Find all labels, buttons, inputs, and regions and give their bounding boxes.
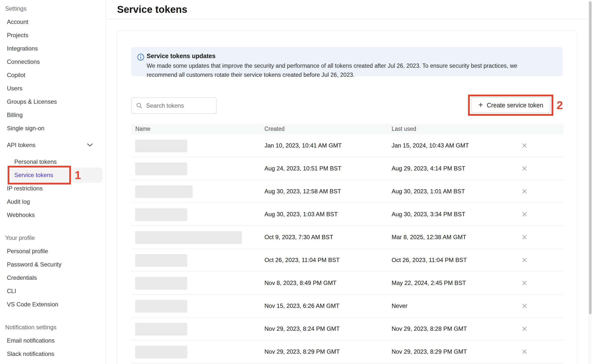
info-icon bbox=[137, 53, 145, 62]
sidebar-item-single-sign-on[interactable]: Single sign-on bbox=[0, 122, 106, 135]
sidebar-item-projects[interactable]: Projects bbox=[0, 29, 106, 42]
table-row: Aug 30, 2023, 12:58 AM BST Aug 30, 2023,… bbox=[131, 180, 563, 203]
sidebar-section-notification-settings: Notification settings bbox=[0, 321, 106, 334]
page-header: Service tokens bbox=[106, 0, 592, 19]
token-last-used: Aug 30, 2023, 1:01 AM BST bbox=[392, 188, 515, 195]
sidebar-item-service-tokens[interactable]: Service tokens1 bbox=[0, 168, 106, 182]
table-row: Nov 15, 2023, 6:26 AM GMT Never bbox=[131, 295, 563, 317]
banner-body: We made some updates that improve the se… bbox=[147, 61, 548, 80]
token-name-redacted bbox=[135, 185, 192, 197]
column-header-name: Name bbox=[131, 126, 264, 132]
sidebar-item-email-notifications[interactable]: Email notifications bbox=[0, 334, 106, 347]
sidebar-item-api-tokens[interactable]: API tokens bbox=[0, 138, 106, 152]
sidebar-item-account[interactable]: Account bbox=[0, 15, 106, 29]
token-last-used: May 22, 2024, 2:45 PM BST bbox=[392, 280, 515, 286]
token-name-redacted bbox=[135, 163, 187, 174]
token-last-used: Mar 8, 2025, 12:38 AM GMT bbox=[392, 234, 515, 241]
delete-token-icon[interactable] bbox=[522, 303, 527, 309]
token-name-redacted bbox=[135, 346, 187, 358]
delete-token-icon[interactable] bbox=[522, 188, 527, 194]
token-name-redacted bbox=[135, 208, 187, 220]
sidebar-item-copilot[interactable]: Copilot bbox=[0, 68, 106, 82]
token-created: Aug 24, 2023, 10:51 PM BST bbox=[264, 165, 392, 172]
token-last-used: Aug 30, 2023, 3:34 PM BST bbox=[392, 211, 515, 218]
token-last-used: Jan 15, 2024, 10:43 AM GMT bbox=[392, 142, 515, 149]
service-tokens-table: Name Created Last used Jan 10, 2023, 10:… bbox=[131, 124, 563, 363]
settings-sidebar: SettingsAccountProjectsIntegrationsConne… bbox=[0, 0, 106, 364]
info-banner: Service tokens updates We made some upda… bbox=[131, 47, 563, 76]
table-header-row: Name Created Last used bbox=[131, 124, 563, 134]
table-row: Nov 29, 2023, 8:24 PM GMT Nov 29, 2023, … bbox=[131, 317, 563, 340]
token-name-redacted bbox=[135, 231, 242, 243]
scrollbar-thumb[interactable] bbox=[589, 1, 592, 314]
table-row: Oct 26, 2023, 11:04 PM BST Oct 26, 2023,… bbox=[131, 249, 563, 272]
search-box bbox=[131, 98, 217, 114]
service-tokens-card: Service tokens updates We made some upda… bbox=[116, 31, 577, 364]
token-name-redacted bbox=[135, 254, 187, 266]
table-row: Jan 10, 2023, 10:41 AM GMT Jan 15, 2024,… bbox=[131, 134, 563, 157]
token-last-used: Nov 29, 2023, 8:28 PM GMT bbox=[392, 325, 515, 332]
create-button-label: Create service token bbox=[487, 102, 543, 109]
scrollbar-track[interactable] bbox=[589, 0, 592, 364]
chevron-down-icon bbox=[87, 143, 93, 147]
toolbar: + Create service token 2 bbox=[131, 98, 562, 115]
create-service-token-button[interactable]: + Create service token bbox=[471, 98, 550, 113]
delete-token-icon[interactable] bbox=[522, 211, 527, 217]
column-header-last-used: Last used bbox=[392, 126, 515, 132]
annotation-number-1: 1 bbox=[75, 168, 81, 182]
sidebar-item-integrations[interactable]: Integrations bbox=[0, 42, 106, 55]
table-row: Aug 30, 2023, 1:03 AM BST Aug 30, 2023, … bbox=[131, 203, 563, 226]
sidebar-item-audit-log[interactable]: Audit log bbox=[0, 195, 106, 208]
token-name-redacted bbox=[135, 277, 187, 289]
page-title: Service tokens bbox=[117, 4, 187, 15]
annotation-number-2: 2 bbox=[557, 99, 563, 112]
delete-token-icon[interactable] bbox=[522, 234, 527, 240]
sidebar-item-personal-profile[interactable]: Personal profile bbox=[0, 245, 106, 258]
create-token-annotated: + Create service token 2 bbox=[468, 95, 563, 116]
table-row: Aug 24, 2023, 10:51 PM BST Aug 29, 2023,… bbox=[131, 157, 563, 180]
sidebar-item-vs-code-extension[interactable]: VS Code Extension bbox=[0, 298, 106, 311]
delete-token-icon[interactable] bbox=[522, 326, 527, 332]
delete-token-icon[interactable] bbox=[522, 349, 527, 355]
token-last-used: Oct 26, 2023, 11:04 PM BST bbox=[392, 257, 515, 264]
token-created: Aug 30, 2023, 12:58 AM BST bbox=[264, 188, 392, 195]
search-input[interactable] bbox=[146, 102, 213, 109]
delete-token-icon[interactable] bbox=[522, 280, 527, 286]
token-name-redacted bbox=[135, 140, 187, 151]
token-created: Nov 8, 2023, 8:49 PM GMT bbox=[264, 280, 392, 286]
sidebar-item-password-security[interactable]: Password & Security bbox=[0, 258, 106, 271]
column-header-created: Created bbox=[264, 126, 392, 132]
settings-page: SettingsAccountProjectsIntegrationsConne… bbox=[0, 0, 592, 364]
sidebar-item-connections[interactable]: Connections bbox=[0, 55, 106, 68]
table-row: Oct 9, 2023, 7:30 AM BST Mar 8, 2025, 12… bbox=[131, 226, 563, 249]
delete-token-icon[interactable] bbox=[522, 143, 527, 149]
search-icon bbox=[136, 102, 143, 109]
table-row: Nov 8, 2023, 8:49 PM GMT May 22, 2024, 2… bbox=[131, 272, 563, 295]
token-created: Aug 30, 2023, 1:03 AM BST bbox=[264, 211, 392, 218]
token-last-used: Aug 29, 2023, 4:14 PM BST bbox=[392, 165, 515, 172]
token-last-used: Nov 29, 2023, 8:29 PM GMT bbox=[392, 348, 515, 355]
token-created: Nov 29, 2023, 8:24 PM GMT bbox=[264, 325, 392, 332]
sidebar-item-ip-restrictions[interactable]: IP restrictions bbox=[0, 182, 106, 195]
sidebar-item-groups-licenses[interactable]: Groups & Licenses bbox=[0, 95, 106, 108]
delete-token-icon[interactable] bbox=[522, 257, 527, 263]
plus-icon: + bbox=[478, 101, 483, 109]
sidebar-section-your-profile: Your profile bbox=[0, 231, 106, 245]
token-created: Nov 29, 2023, 8:29 PM GMT bbox=[264, 348, 392, 355]
delete-token-icon[interactable] bbox=[522, 165, 527, 171]
annotation-box-2: + Create service token bbox=[468, 95, 553, 116]
token-created: Oct 9, 2023, 7:30 AM BST bbox=[264, 234, 392, 241]
sidebar-item-users[interactable]: Users bbox=[0, 82, 106, 95]
banner-title: Service tokens updates bbox=[147, 52, 555, 60]
sidebar-item-slack-notifications[interactable]: Slack notifications bbox=[0, 347, 106, 361]
sidebar-item-credentials[interactable]: Credentials bbox=[0, 271, 106, 284]
sidebar-item-cli[interactable]: CLI bbox=[0, 284, 106, 298]
main-content: Service tokens Service tokens updates We… bbox=[106, 0, 592, 364]
token-created: Jan 10, 2023, 10:41 AM GMT bbox=[264, 142, 392, 149]
token-name-redacted bbox=[135, 300, 187, 312]
sidebar-section-settings: Settings bbox=[0, 2, 106, 15]
token-created: Oct 26, 2023, 11:04 PM BST bbox=[264, 257, 392, 264]
token-name-redacted bbox=[135, 323, 187, 335]
sidebar-item-billing[interactable]: Billing bbox=[0, 108, 106, 122]
sidebar-item-webhooks[interactable]: Webhooks bbox=[0, 208, 106, 222]
